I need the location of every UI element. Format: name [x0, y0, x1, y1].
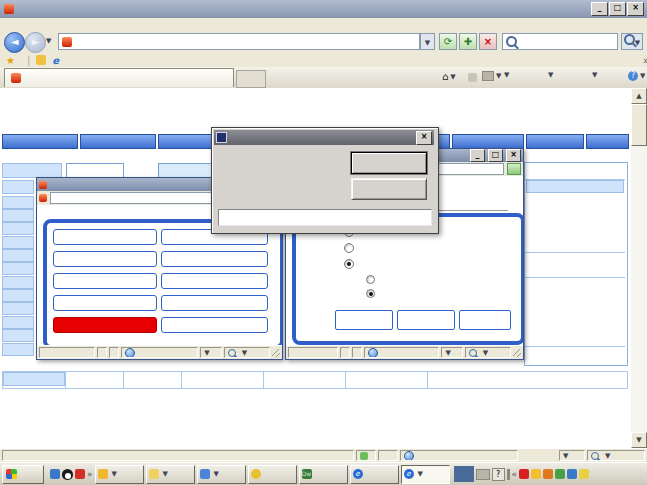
popup2-close-button[interactable]: × — [506, 149, 521, 162]
tray-icon-star[interactable] — [531, 469, 541, 479]
tools-menu-button[interactable]: ▼ — [590, 71, 597, 79]
radio-dept-analysis[interactable] — [366, 289, 380, 298]
tray-icon-yellow[interactable] — [579, 469, 589, 479]
status-zone — [121, 347, 198, 358]
toolbar-button-help[interactable] — [586, 134, 629, 149]
filename-input[interactable] — [218, 209, 432, 226]
menu-item-3[interactable] — [53, 273, 157, 289]
cancel-button[interactable] — [459, 310, 511, 330]
zoom-control[interactable]: ▼ — [224, 347, 271, 358]
month-row — [2, 302, 34, 315]
print-button[interactable]: ▼ — [482, 71, 501, 81]
tray-icon-orange[interactable] — [543, 469, 553, 479]
tray-icon-shield[interactable] — [567, 469, 577, 479]
radio-simple-report[interactable] — [344, 243, 360, 253]
tab-active[interactable] — [4, 68, 234, 87]
protected-mode-indicator[interactable]: ▼ — [441, 347, 462, 358]
search-input[interactable] — [502, 33, 618, 50]
page-menu-button[interactable]: ▼ — [502, 71, 509, 79]
address-bar: ◄ ► ▼ ▼ ⟳ ✚ × ▼ — [0, 31, 647, 53]
help-tray-icon[interactable]: ? — [492, 468, 505, 481]
favorites-bar: ★ | e » — [0, 53, 647, 68]
status-segment — [352, 347, 362, 358]
dialog-titlebar[interactable]: × — [214, 130, 434, 145]
month-row — [2, 196, 34, 209]
resize-grip[interactable] — [272, 349, 280, 357]
language-indicator[interactable] — [454, 466, 474, 482]
dialog-ok-button[interactable] — [351, 152, 427, 174]
menu-item-2[interactable] — [53, 251, 157, 267]
scroll-down-icon[interactable]: ▼ — [631, 432, 647, 448]
radio-total-report[interactable] — [344, 259, 360, 269]
menu-item-4[interactable] — [53, 295, 157, 311]
forward-button[interactable]: ► — [25, 32, 46, 53]
export-file-button[interactable] — [397, 310, 455, 330]
stop-button[interactable]: × — [479, 33, 497, 50]
search-go-button[interactable]: ▼ — [621, 33, 643, 50]
back-button[interactable]: ◄ — [4, 32, 25, 53]
menu-item-1[interactable] — [53, 229, 157, 245]
toolbar-button-edit[interactable] — [2, 134, 78, 149]
task-button-internet[interactable]: e▼ — [401, 465, 450, 484]
minimize-button[interactable]: _ — [591, 2, 608, 16]
task-button-rem[interactable]: ▼ — [197, 465, 246, 484]
status-zone — [400, 450, 518, 461]
scroll-up-icon[interactable]: ▲ — [631, 88, 647, 104]
protected-mode-indicator[interactable]: ▼ — [200, 347, 221, 358]
dialog-close-button[interactable]: × — [416, 131, 432, 145]
refresh-button[interactable]: ⟳ — [439, 33, 457, 50]
pen-tray-icon[interactable] — [507, 469, 510, 480]
favorites-star-icon[interactable]: ★ — [6, 55, 15, 66]
go-button-icon[interactable] — [507, 163, 521, 175]
address-dropdown-icon[interactable]: ▼ — [420, 33, 435, 50]
radio-include-personal[interactable] — [366, 275, 380, 284]
compatibility-button[interactable]: ✚ — [459, 33, 477, 50]
popup2-maximize-button[interactable]: □ — [488, 149, 503, 162]
help-menu-button[interactable]: ?▼ — [628, 71, 645, 81]
printer-tray-icon[interactable] — [476, 469, 490, 480]
tray-icon-green[interactable] — [555, 469, 565, 479]
home-button[interactable]: ⌂▼ — [442, 71, 456, 82]
scrollbar-thumb[interactable] — [631, 104, 647, 146]
preview-report-button[interactable] — [335, 310, 393, 330]
task-button-win[interactable]: ▼ — [146, 465, 195, 484]
toolbar-button-print[interactable] — [452, 134, 524, 149]
task-button-uc[interactable]: ▼ — [95, 465, 144, 484]
address-input[interactable] — [58, 33, 420, 50]
menu-item-8[interactable] — [161, 273, 268, 289]
start-button[interactable] — [2, 465, 44, 484]
toolbar-button-transfer[interactable] — [80, 134, 156, 149]
quicklaunch-qq-icon[interactable] — [62, 469, 73, 480]
tab-stub[interactable] — [236, 70, 266, 88]
menu-item-5-selected[interactable] — [53, 317, 157, 333]
feed-icon[interactable] — [468, 73, 477, 82]
history-dropdown-icon[interactable]: ▼ — [46, 37, 51, 45]
safety-menu-button[interactable]: ▼ — [546, 71, 553, 79]
window-titlebar[interactable]: _ □ × — [0, 0, 647, 18]
task-button-al[interactable]: e — [350, 465, 399, 484]
month-header — [2, 180, 34, 194]
close-button[interactable]: × — [627, 2, 644, 16]
zoom-control[interactable]: ▼ — [465, 347, 511, 358]
popup2-minimize-button[interactable]: _ — [470, 149, 485, 162]
tray-icon-qq[interactable] — [519, 469, 529, 479]
task-button-adobe[interactable]: Dw — [299, 465, 348, 484]
toolbar-button-select[interactable] — [526, 134, 584, 149]
task-button-global[interactable] — [248, 465, 297, 484]
maximize-button[interactable]: □ — [609, 2, 626, 16]
dialog-cancel-button[interactable] — [351, 178, 427, 200]
zoom-control[interactable]: ▼ — [587, 450, 645, 461]
status-segment — [109, 347, 119, 358]
quicklaunch-app-icon[interactable] — [75, 469, 85, 479]
chevron-more-icon[interactable]: » — [643, 55, 647, 66]
protected-mode-indicator[interactable]: ▼ — [559, 450, 585, 461]
emp-code-input[interactable] — [66, 163, 124, 178]
quicklaunch-chevron-icon[interactable]: » — [87, 469, 93, 479]
menu-item-9[interactable] — [161, 295, 268, 311]
menu-item-0-exit[interactable] — [161, 317, 268, 333]
resize-grip[interactable] — [513, 349, 521, 357]
page-scrollbar[interactable]: ▲ ▼ — [631, 88, 647, 448]
menu-item-7[interactable] — [161, 251, 268, 267]
tray-expand-icon[interactable]: « — [512, 469, 518, 479]
quicklaunch-desktop-icon[interactable] — [50, 469, 60, 479]
